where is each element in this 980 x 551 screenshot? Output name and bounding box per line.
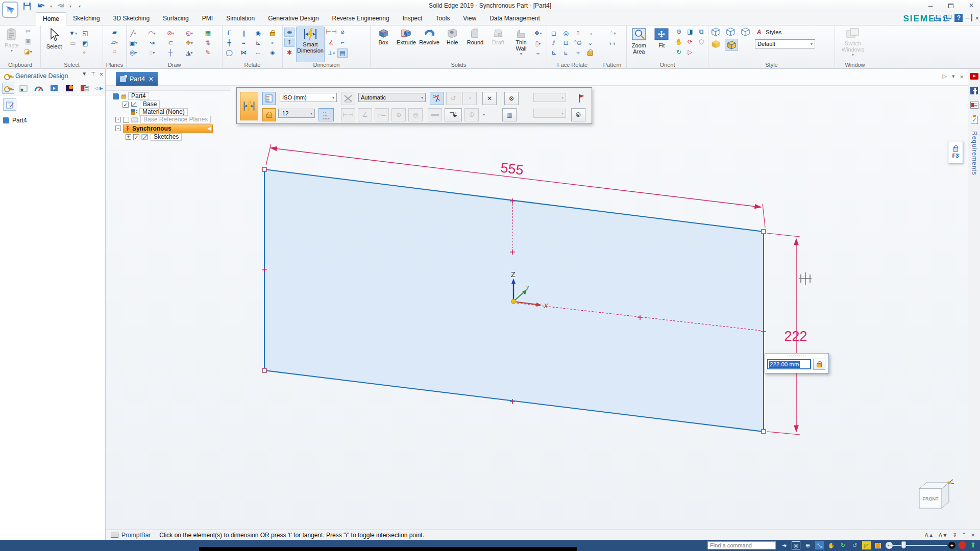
shaded-with-edges-cube-icon[interactable] <box>726 40 737 50</box>
font-increase-icon[interactable]: A▲ <box>925 532 934 538</box>
dimension-group-button[interactable]: ▥ <box>502 108 517 121</box>
maintain-relations-icon[interactable]: ◈ <box>267 48 278 57</box>
lock-dimension-icon[interactable]: ⇹ <box>284 28 295 37</box>
precision-select[interactable]: .12▾ <box>278 109 315 118</box>
run-command-arrow-icon[interactable]: ➜ <box>780 541 789 549</box>
lock-dimension-value-button[interactable] <box>262 108 276 121</box>
move-tool-icon[interactable]: ✥▾ <box>184 38 194 47</box>
dimension-axis-icon[interactable]: ⊥▾ <box>326 48 336 58</box>
dimension-lock-button[interactable] <box>813 359 825 370</box>
dimension-edit-grip[interactable]: ·········· <box>765 354 828 358</box>
diameter-dimension-button[interactable]: ⊕ <box>391 108 406 121</box>
intersection-point-button[interactable]: ⦾ <box>571 108 585 121</box>
format-painter-icon[interactable]: ◪▾ <box>23 47 33 56</box>
statusbar-common-views-icon[interactable] <box>874 541 883 549</box>
synchronous-bar[interactable]: ▼▼ Synchronous ◀ <box>123 124 213 133</box>
circle-tool-icon[interactable]: ◎▾ <box>128 48 138 57</box>
view-orientation-cube[interactable]: FRONT <box>912 478 958 513</box>
tab-sketching[interactable]: Sketching <box>66 12 107 26</box>
hole-button[interactable]: Hole <box>441 27 463 58</box>
tangent-relation-icon[interactable]: ◯ <box>224 48 234 57</box>
copy-icon[interactable]: ▣ <box>23 37 33 46</box>
sketches-expand-icon[interactable]: + <box>126 134 131 140</box>
thin-wall-button[interactable]: Thin Wall▾ <box>510 27 532 58</box>
coordinate-dimension-icon[interactable]: ⌐ <box>337 38 348 47</box>
extrude-button[interactable]: Extrude <box>395 27 418 58</box>
prompt-history-icon[interactable]: ⇕ <box>952 532 957 538</box>
new-study-button[interactable] <box>3 98 16 111</box>
round-button[interactable]: Round <box>464 27 486 58</box>
dimension-options-caret[interactable]: ▾ <box>483 112 485 117</box>
smart-dimension-button[interactable]: Smart Dimension <box>296 27 325 62</box>
tab-list-caret[interactable]: ▾ <box>952 73 955 81</box>
parallel-relation-icon[interactable]: ∥ <box>238 29 249 38</box>
pathfinder-root-label[interactable]: Part4 <box>128 92 149 100</box>
pin-icon[interactable]: ⊤ <box>91 71 95 78</box>
zoom-slider-track[interactable] <box>889 545 947 546</box>
doc-tab-close-icon[interactable]: ✕ <box>149 76 154 83</box>
statusbar-fit-icon[interactable]: ⤡ <box>815 541 824 549</box>
tab-inspect[interactable]: Inspect <box>396 12 429 26</box>
pathfinder-grip[interactable]: ·········· <box>106 86 231 91</box>
help-icon[interactable]: ? <box>954 14 963 22</box>
display-config-icon[interactable] <box>934 15 942 21</box>
round-display-button[interactable]: .xx.xxx.xxxx <box>318 108 334 121</box>
dimension-route-button[interactable] <box>430 92 444 105</box>
tab-home[interactable]: Home <box>36 12 66 26</box>
synchronous-collapse-icon[interactable]: − <box>115 126 121 131</box>
horizontal-relation-icon[interactable]: ┿ <box>224 38 234 47</box>
distance-between-icon[interactable]: ⊢⊣ <box>326 27 336 36</box>
tab-generative-design[interactable]: Generative Design <box>261 12 325 26</box>
find-command-input[interactable] <box>707 541 776 549</box>
doc-minimize-button[interactable]: ─ <box>965 15 969 21</box>
statusbar-zoom-area-icon[interactable]: ◎ <box>792 541 800 549</box>
statusbar-rotate-icon[interactable]: ↻ <box>839 541 847 549</box>
dimension-edit-window[interactable]: ·········· 222.00 mm <box>765 353 829 373</box>
statusbar-pan-icon[interactable]: ✋ <box>827 541 836 549</box>
paint-region-icon[interactable]: ✎ <box>203 48 213 57</box>
relate-lock-icon[interactable] <box>585 48 595 57</box>
panel-menu-caret[interactable]: ▼ <box>82 71 87 78</box>
requirements-tab[interactable]: Requirements <box>971 131 978 176</box>
ref-planes-label[interactable]: Base Reference Planes <box>140 116 211 123</box>
revolve-button[interactable]: Revolve <box>418 27 440 58</box>
relate-tangent-face-icon[interactable]: ⦝ <box>561 48 571 57</box>
angle-dimension-button[interactable]: ◔ <box>462 92 477 105</box>
select-button[interactable]: Select <box>42 27 66 56</box>
switch-windows-button[interactable]: Switch Windows▾ <box>837 27 869 58</box>
font-decrease-icon[interactable]: A▼ <box>939 532 948 538</box>
plane-lock-window[interactable]: F3 <box>948 141 963 163</box>
concentric-relation-icon[interactable]: ◉ <box>253 29 263 38</box>
base-checkbox[interactable]: ✓ <box>122 102 129 108</box>
hidden-edges-cube-icon[interactable] <box>740 27 751 37</box>
tab-tools[interactable]: Tools <box>429 12 456 26</box>
panel-close-icon[interactable]: × <box>100 71 103 78</box>
statusbar-spin-icon[interactable]: ↺ <box>850 541 859 549</box>
angle-between-icon[interactable]: ∠ <box>326 38 336 47</box>
sketches-label[interactable]: Sketches <box>151 133 182 141</box>
arc-tool-icon[interactable]: ◠▾ <box>147 29 157 38</box>
select-box-icon[interactable]: ▭ <box>68 39 78 48</box>
close-button[interactable]: × <box>966 1 977 10</box>
tab-pmi[interactable]: PMI <box>195 12 219 26</box>
slot-icon[interactable]: ▯▾ <box>533 39 543 48</box>
collinear-relation-icon[interactable]: ↔ <box>253 48 263 57</box>
pathfinder-row-synchronous[interactable]: − ▼▼ Synchronous ◀ <box>115 124 213 132</box>
restore-button[interactable] <box>945 1 957 10</box>
dimension-style-select[interactable]: ISO (mm)▾ <box>280 93 337 102</box>
offset-tool-icon[interactable]: ⊂ <box>165 38 176 47</box>
prompt-close-icon[interactable]: × <box>971 531 975 539</box>
ref-planes-checkbox[interactable] <box>123 117 129 123</box>
dimension-555-value[interactable]: 555 <box>500 160 524 178</box>
pathfinder-row-ref-planes[interactable]: + Base Reference Planes <box>115 116 211 123</box>
symmetric-dimension-button[interactable]: ⟺ <box>428 108 442 121</box>
variable-dimension-icon[interactable]: ✱ <box>284 48 295 57</box>
window-arrange-icon[interactable] <box>944 15 952 21</box>
sketch-view-icon[interactable]: ◩ <box>80 39 90 48</box>
symmetric-diameter-icon[interactable]: ⌀ <box>337 27 348 36</box>
sketches-checkbox[interactable]: ✓ <box>133 134 139 140</box>
deselect-button[interactable]: ⊗ <box>504 92 519 105</box>
base-label[interactable]: Base <box>140 101 160 108</box>
document-tab-part4[interactable]: Part4 ✕ <box>116 72 158 86</box>
paste-button[interactable]: Paste▾ <box>2 27 22 56</box>
